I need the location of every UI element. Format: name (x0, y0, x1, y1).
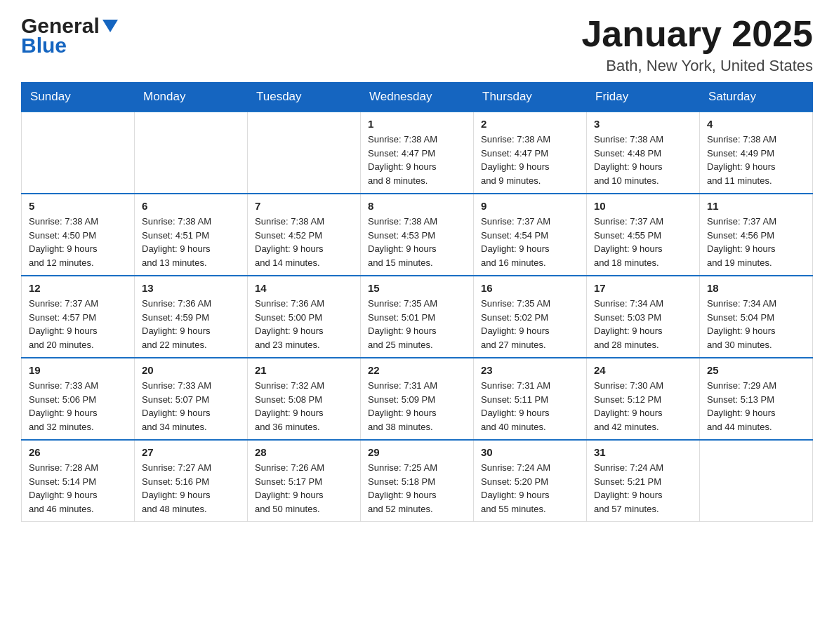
day-info: Sunrise: 7:31 AM Sunset: 5:09 PM Dayligh… (368, 379, 466, 434)
day-number: 14 (255, 282, 353, 294)
day-info: Sunrise: 7:37 AM Sunset: 4:57 PM Dayligh… (29, 297, 127, 351)
day-info: Sunrise: 7:24 AM Sunset: 5:21 PM Dayligh… (594, 461, 692, 516)
day-info: Sunrise: 7:38 AM Sunset: 4:53 PM Dayligh… (368, 215, 466, 269)
calendar-day-cell: 3Sunrise: 7:38 AM Sunset: 4:48 PM Daylig… (587, 112, 700, 194)
logo: General Blue (21, 14, 118, 58)
calendar-day-cell: 29Sunrise: 7:25 AM Sunset: 5:18 PM Dayli… (361, 440, 474, 522)
calendar-day-cell: 23Sunrise: 7:31 AM Sunset: 5:11 PM Dayli… (474, 358, 587, 440)
day-number: 23 (481, 364, 579, 376)
calendar-day-cell: 10Sunrise: 7:37 AM Sunset: 4:55 PM Dayli… (587, 194, 700, 276)
day-info: Sunrise: 7:30 AM Sunset: 5:12 PM Dayligh… (594, 379, 692, 434)
day-number: 29 (368, 446, 466, 458)
day-number: 24 (594, 364, 692, 376)
day-info: Sunrise: 7:37 AM Sunset: 4:55 PM Dayligh… (594, 215, 692, 269)
day-info: Sunrise: 7:33 AM Sunset: 5:06 PM Dayligh… (29, 379, 127, 434)
day-info: Sunrise: 7:26 AM Sunset: 5:17 PM Dayligh… (255, 461, 353, 516)
day-number: 3 (594, 118, 692, 130)
day-number: 17 (594, 282, 692, 294)
calendar-week-row: 5Sunrise: 7:38 AM Sunset: 4:50 PM Daylig… (22, 194, 813, 276)
day-info: Sunrise: 7:35 AM Sunset: 5:02 PM Dayligh… (481, 297, 579, 351)
day-info: Sunrise: 7:37 AM Sunset: 4:54 PM Dayligh… (481, 215, 579, 269)
calendar-day-cell: 12Sunrise: 7:37 AM Sunset: 4:57 PM Dayli… (22, 276, 135, 358)
calendar-day-cell: 30Sunrise: 7:24 AM Sunset: 5:20 PM Dayli… (474, 440, 587, 522)
day-number: 5 (29, 200, 127, 212)
calendar-day-cell: 17Sunrise: 7:34 AM Sunset: 5:03 PM Dayli… (587, 276, 700, 358)
calendar-table: SundayMondayTuesdayWednesdayThursdayFrid… (21, 82, 813, 522)
day-number: 31 (594, 446, 692, 458)
calendar-day-cell: 1Sunrise: 7:38 AM Sunset: 4:47 PM Daylig… (361, 112, 474, 194)
month-title: January 2025 (581, 14, 813, 54)
calendar-day-cell: 15Sunrise: 7:35 AM Sunset: 5:01 PM Dayli… (361, 276, 474, 358)
day-info: Sunrise: 7:34 AM Sunset: 5:03 PM Dayligh… (594, 297, 692, 351)
calendar-day-cell: 25Sunrise: 7:29 AM Sunset: 5:13 PM Dayli… (700, 358, 813, 440)
calendar-day-cell: 26Sunrise: 7:28 AM Sunset: 5:14 PM Dayli… (22, 440, 135, 522)
svg-marker-0 (102, 20, 118, 32)
calendar-day-cell: 9Sunrise: 7:37 AM Sunset: 4:54 PM Daylig… (474, 194, 587, 276)
day-number: 13 (142, 282, 240, 294)
day-info: Sunrise: 7:32 AM Sunset: 5:08 PM Dayligh… (255, 379, 353, 434)
calendar-day-cell: 20Sunrise: 7:33 AM Sunset: 5:07 PM Dayli… (135, 358, 248, 440)
calendar-day-cell (248, 112, 361, 194)
day-info: Sunrise: 7:33 AM Sunset: 5:07 PM Dayligh… (142, 379, 240, 434)
day-number: 22 (368, 364, 466, 376)
calendar-header-row: SundayMondayTuesdayWednesdayThursdayFrid… (22, 83, 813, 112)
day-number: 6 (142, 200, 240, 212)
day-number: 26 (29, 446, 127, 458)
day-number: 8 (368, 200, 466, 212)
title-block: January 2025 Bath, New York, United Stat… (581, 14, 813, 75)
day-number: 7 (255, 200, 353, 212)
day-number: 11 (707, 200, 805, 212)
day-number: 16 (481, 282, 579, 294)
calendar-day-cell: 24Sunrise: 7:30 AM Sunset: 5:12 PM Dayli… (587, 358, 700, 440)
day-of-week-header: Sunday (22, 83, 135, 112)
day-info: Sunrise: 7:28 AM Sunset: 5:14 PM Dayligh… (29, 461, 127, 516)
calendar-day-cell: 28Sunrise: 7:26 AM Sunset: 5:17 PM Dayli… (248, 440, 361, 522)
calendar-day-cell (700, 440, 813, 522)
day-info: Sunrise: 7:24 AM Sunset: 5:20 PM Dayligh… (481, 461, 579, 516)
day-info: Sunrise: 7:25 AM Sunset: 5:18 PM Dayligh… (368, 461, 466, 516)
day-info: Sunrise: 7:38 AM Sunset: 4:52 PM Dayligh… (255, 215, 353, 269)
day-info: Sunrise: 7:38 AM Sunset: 4:49 PM Dayligh… (707, 133, 805, 187)
day-of-week-header: Wednesday (361, 83, 474, 112)
calendar-day-cell: 31Sunrise: 7:24 AM Sunset: 5:21 PM Dayli… (587, 440, 700, 522)
calendar-day-cell: 18Sunrise: 7:34 AM Sunset: 5:04 PM Dayli… (700, 276, 813, 358)
location-title: Bath, New York, United States (581, 57, 813, 75)
calendar-day-cell (22, 112, 135, 194)
day-info: Sunrise: 7:38 AM Sunset: 4:48 PM Dayligh… (594, 133, 692, 187)
calendar-day-cell: 19Sunrise: 7:33 AM Sunset: 5:06 PM Dayli… (22, 358, 135, 440)
day-info: Sunrise: 7:34 AM Sunset: 5:04 PM Dayligh… (707, 297, 805, 351)
calendar-day-cell: 4Sunrise: 7:38 AM Sunset: 4:49 PM Daylig… (700, 112, 813, 194)
day-of-week-header: Tuesday (248, 83, 361, 112)
day-number: 28 (255, 446, 353, 458)
day-info: Sunrise: 7:36 AM Sunset: 5:00 PM Dayligh… (255, 297, 353, 351)
day-info: Sunrise: 7:38 AM Sunset: 4:50 PM Dayligh… (29, 215, 127, 269)
day-info: Sunrise: 7:38 AM Sunset: 4:51 PM Dayligh… (142, 215, 240, 269)
calendar-day-cell: 13Sunrise: 7:36 AM Sunset: 4:59 PM Dayli… (135, 276, 248, 358)
day-info: Sunrise: 7:31 AM Sunset: 5:11 PM Dayligh… (481, 379, 579, 434)
calendar-week-row: 19Sunrise: 7:33 AM Sunset: 5:06 PM Dayli… (22, 358, 813, 440)
calendar-day-cell: 6Sunrise: 7:38 AM Sunset: 4:51 PM Daylig… (135, 194, 248, 276)
day-number: 20 (142, 364, 240, 376)
day-number: 9 (481, 200, 579, 212)
calendar-day-cell: 2Sunrise: 7:38 AM Sunset: 4:47 PM Daylig… (474, 112, 587, 194)
calendar-day-cell: 14Sunrise: 7:36 AM Sunset: 5:00 PM Dayli… (248, 276, 361, 358)
day-number: 10 (594, 200, 692, 212)
day-number: 1 (368, 118, 466, 130)
calendar-day-cell: 16Sunrise: 7:35 AM Sunset: 5:02 PM Dayli… (474, 276, 587, 358)
day-number: 27 (142, 446, 240, 458)
day-info: Sunrise: 7:35 AM Sunset: 5:01 PM Dayligh… (368, 297, 466, 351)
page-header: General Blue January 2025 Bath, New York… (21, 14, 813, 75)
calendar-day-cell: 5Sunrise: 7:38 AM Sunset: 4:50 PM Daylig… (22, 194, 135, 276)
day-info: Sunrise: 7:38 AM Sunset: 4:47 PM Dayligh… (368, 133, 466, 187)
calendar-day-cell: 8Sunrise: 7:38 AM Sunset: 4:53 PM Daylig… (361, 194, 474, 276)
calendar-day-cell: 21Sunrise: 7:32 AM Sunset: 5:08 PM Dayli… (248, 358, 361, 440)
calendar-day-cell: 7Sunrise: 7:38 AM Sunset: 4:52 PM Daylig… (248, 194, 361, 276)
day-number: 15 (368, 282, 466, 294)
day-number: 21 (255, 364, 353, 376)
day-info: Sunrise: 7:37 AM Sunset: 4:56 PM Dayligh… (707, 215, 805, 269)
calendar-day-cell: 11Sunrise: 7:37 AM Sunset: 4:56 PM Dayli… (700, 194, 813, 276)
calendar-week-row: 26Sunrise: 7:28 AM Sunset: 5:14 PM Dayli… (22, 440, 813, 522)
calendar-week-row: 12Sunrise: 7:37 AM Sunset: 4:57 PM Dayli… (22, 276, 813, 358)
logo-arrow-icon (102, 20, 118, 35)
day-number: 12 (29, 282, 127, 294)
